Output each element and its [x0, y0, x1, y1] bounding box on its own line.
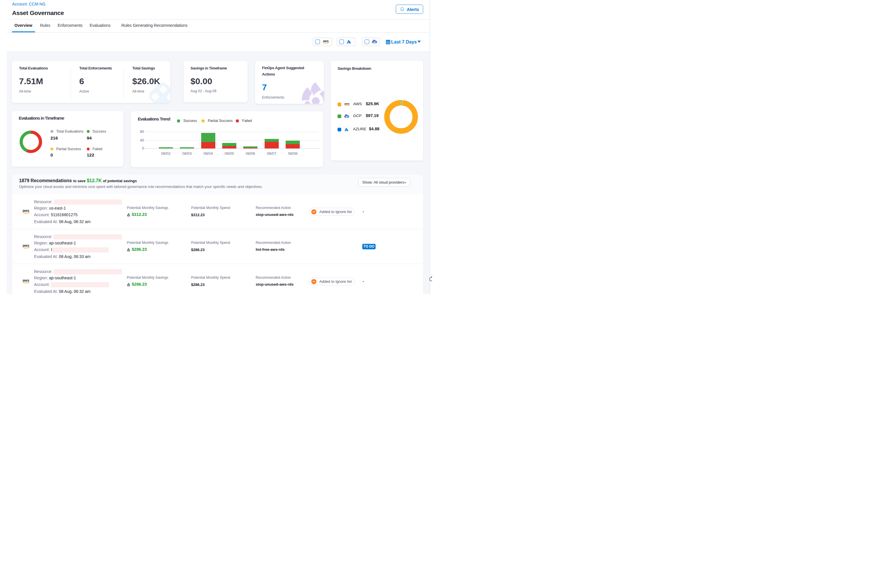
svg-text:aws: aws	[323, 39, 329, 43]
svg-text:aws: aws	[344, 102, 350, 105]
